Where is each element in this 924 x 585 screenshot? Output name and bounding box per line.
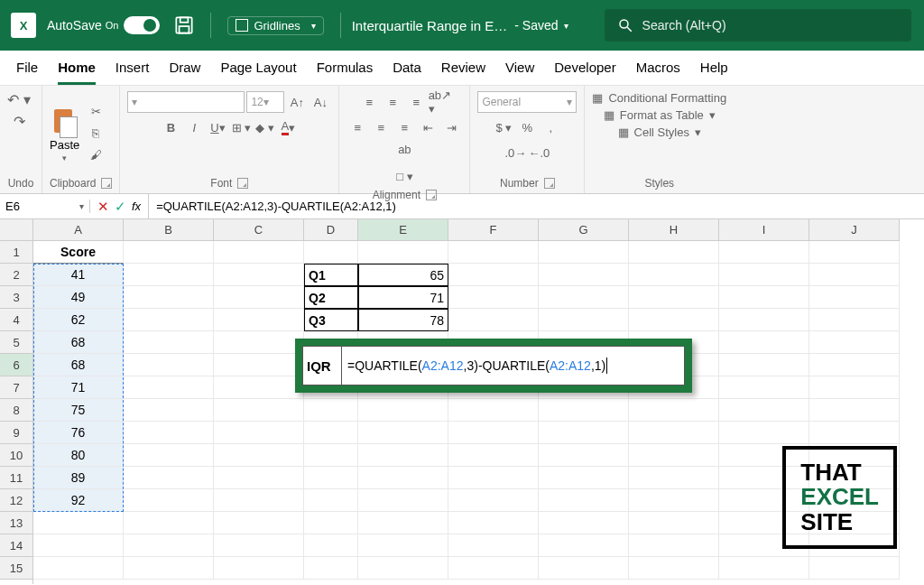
cell[interactable] bbox=[124, 286, 214, 309]
cell[interactable] bbox=[539, 264, 629, 286]
orientation-button[interactable]: ab↗ ▾ bbox=[429, 91, 450, 113]
cell[interactable] bbox=[214, 376, 304, 399]
cell[interactable] bbox=[719, 264, 809, 286]
cell[interactable] bbox=[809, 309, 900, 331]
cell[interactable] bbox=[358, 241, 448, 264]
cancel-button[interactable]: ✕ bbox=[97, 199, 109, 215]
cell[interactable] bbox=[304, 422, 358, 444]
row-header[interactable]: 2 bbox=[0, 264, 32, 286]
cell[interactable] bbox=[448, 512, 539, 534]
row-header[interactable]: 10 bbox=[0, 444, 32, 467]
row-header[interactable]: 7 bbox=[0, 376, 32, 399]
dialog-launcher-icon[interactable] bbox=[426, 190, 437, 200]
format-as-table-button[interactable]: ▦Format as Table ▾ bbox=[604, 108, 716, 122]
border-button[interactable]: ⊞ ▾ bbox=[230, 116, 252, 138]
cell[interactable] bbox=[358, 534, 448, 557]
fx-button[interactable]: fx bbox=[132, 200, 141, 213]
cell[interactable] bbox=[539, 444, 629, 467]
merge-button[interactable]: □ ▾ bbox=[354, 165, 455, 187]
cell[interactable] bbox=[809, 241, 900, 264]
cell[interactable] bbox=[214, 489, 304, 512]
cell[interactable] bbox=[719, 422, 809, 444]
toggle-switch-icon[interactable] bbox=[124, 16, 160, 34]
dialog-launcher-icon[interactable] bbox=[544, 178, 555, 189]
cell[interactable] bbox=[214, 444, 304, 467]
cell[interactable] bbox=[629, 489, 719, 512]
row-header[interactable]: 13 bbox=[0, 512, 32, 534]
cell[interactable]: 62 bbox=[33, 309, 124, 331]
cell[interactable] bbox=[358, 467, 448, 489]
tab-view[interactable]: View bbox=[505, 60, 534, 85]
cell[interactable] bbox=[358, 422, 448, 444]
cell[interactable] bbox=[124, 444, 214, 467]
align-left-button[interactable]: ≡ bbox=[346, 116, 368, 138]
col-header[interactable]: I bbox=[719, 219, 809, 241]
row-header[interactable]: 8 bbox=[0, 399, 32, 422]
tab-file[interactable]: File bbox=[16, 60, 38, 85]
cell[interactable] bbox=[214, 557, 304, 580]
cell[interactable] bbox=[539, 399, 629, 422]
tab-help[interactable]: Help bbox=[700, 60, 728, 85]
cell[interactable] bbox=[629, 444, 719, 467]
cell[interactable]: 78 bbox=[358, 309, 448, 331]
cell[interactable] bbox=[448, 309, 539, 331]
cell[interactable] bbox=[719, 309, 809, 331]
row-header[interactable]: 14 bbox=[0, 534, 32, 557]
cell[interactable]: 92 bbox=[33, 489, 124, 512]
cell[interactable] bbox=[539, 241, 629, 264]
col-header[interactable]: B bbox=[124, 219, 214, 241]
align-center-button[interactable]: ≡ bbox=[370, 116, 392, 138]
cell-a1[interactable]: Score bbox=[33, 241, 124, 264]
cell[interactable] bbox=[629, 512, 719, 534]
cell[interactable] bbox=[304, 467, 358, 489]
top-align-button[interactable]: ≡ bbox=[358, 91, 380, 113]
cell[interactable] bbox=[124, 489, 214, 512]
cell[interactable] bbox=[809, 557, 900, 580]
row-header[interactable]: 4 bbox=[0, 309, 32, 331]
cell[interactable]: 71 bbox=[33, 376, 124, 399]
cell[interactable] bbox=[448, 557, 539, 580]
cell[interactable] bbox=[448, 444, 539, 467]
cell[interactable] bbox=[214, 512, 304, 534]
row-header[interactable]: 5 bbox=[0, 331, 32, 354]
cell[interactable] bbox=[214, 241, 304, 264]
row-header[interactable]: 15 bbox=[0, 557, 32, 580]
cell[interactable] bbox=[539, 422, 629, 444]
cell[interactable] bbox=[629, 286, 719, 309]
cell[interactable] bbox=[214, 399, 304, 422]
decrease-decimal-button[interactable]: ←.0 bbox=[528, 142, 550, 163]
cell[interactable] bbox=[214, 354, 304, 376]
cell[interactable] bbox=[124, 467, 214, 489]
cell[interactable] bbox=[629, 422, 719, 444]
cell[interactable] bbox=[448, 264, 539, 286]
cell[interactable] bbox=[539, 512, 629, 534]
cell[interactable] bbox=[719, 241, 809, 264]
cell[interactable] bbox=[124, 331, 214, 354]
cell[interactable] bbox=[448, 286, 539, 309]
increase-indent-button[interactable]: ⇥ bbox=[440, 116, 462, 138]
cell[interactable] bbox=[124, 399, 214, 422]
col-header[interactable]: C bbox=[214, 219, 304, 241]
cell[interactable] bbox=[304, 512, 358, 534]
cell[interactable] bbox=[214, 422, 304, 444]
cell[interactable] bbox=[304, 399, 358, 422]
number-format-dropdown[interactable]: General▾ bbox=[477, 91, 577, 113]
decrease-indent-button[interactable]: ⇤ bbox=[417, 116, 439, 138]
cell[interactable] bbox=[214, 331, 304, 354]
cell[interactable] bbox=[124, 557, 214, 580]
bold-button[interactable]: B bbox=[160, 116, 181, 138]
cell[interactable] bbox=[358, 512, 448, 534]
cell[interactable]: Q2 bbox=[304, 286, 358, 309]
cell[interactable] bbox=[304, 534, 358, 557]
cell[interactable] bbox=[448, 422, 539, 444]
increase-font-button[interactable]: A↑ bbox=[286, 91, 308, 113]
cell[interactable] bbox=[33, 557, 124, 580]
cell[interactable]: 71 bbox=[358, 286, 448, 309]
cell[interactable] bbox=[448, 489, 539, 512]
col-header[interactable]: J bbox=[809, 219, 900, 241]
select-all-corner[interactable] bbox=[0, 219, 32, 241]
col-header[interactable]: A bbox=[33, 219, 124, 241]
gridlines-toggle[interactable]: Gridlines ▾ bbox=[227, 16, 323, 35]
name-box[interactable]: E6 ▾ bbox=[0, 200, 90, 213]
cell[interactable] bbox=[214, 309, 304, 331]
